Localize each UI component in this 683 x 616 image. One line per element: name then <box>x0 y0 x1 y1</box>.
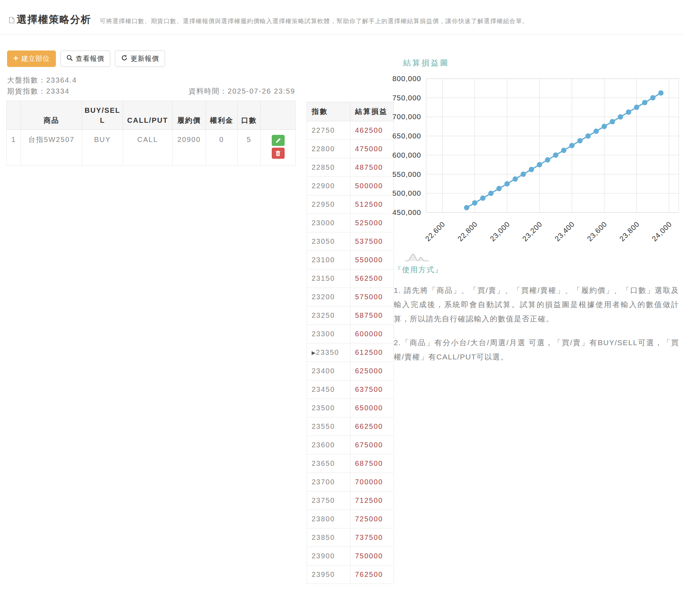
payoff-index-cell: 22850 <box>307 158 350 177</box>
refresh-quotes-label: 更新報價 <box>131 54 159 63</box>
payoff-index-cell: 23600 <box>307 436 350 454</box>
payoff-row: 23100550000 <box>307 251 394 269</box>
chart-x-label: 23,200 <box>521 220 544 243</box>
payoff-row: 23550662500 <box>307 417 394 436</box>
payoff-index-cell: 22900 <box>307 177 350 195</box>
chart-point <box>577 138 583 143</box>
payoff-row: 23400625000 <box>307 362 394 380</box>
payoff-index-cell: 23800 <box>307 510 350 528</box>
payoff-index-cell: 23900 <box>307 547 350 565</box>
payoff-row: 22750462500 <box>307 121 394 140</box>
chart-point <box>586 133 591 139</box>
chart-point <box>658 90 663 96</box>
chart-point <box>561 148 566 153</box>
view-quotes-label: 查看報價 <box>76 54 104 63</box>
current-index-marker: ▶ <box>312 350 316 356</box>
positions-header-strike: 履約價 <box>173 101 206 130</box>
payoff-profit-cell: 612500 <box>350 343 394 362</box>
chart-y-label: 650,000 <box>392 132 421 140</box>
payoff-row: ▶23350612500 <box>307 343 394 362</box>
chart-x-label: 23,400 <box>553 220 576 243</box>
trash-icon <box>275 152 281 157</box>
payoff-row: 23500650000 <box>307 399 394 417</box>
chart-y-label: 800,000 <box>392 74 421 83</box>
payoff-row: 23050537500 <box>307 232 394 251</box>
payoff-row: 22950512500 <box>307 195 394 214</box>
chart-point <box>504 181 510 186</box>
chart-point <box>472 200 477 206</box>
chart-y-label: 450,000 <box>392 208 421 216</box>
payoff-row: 22900500000 <box>307 177 394 195</box>
payoff-index-cell: 22950 <box>307 195 350 214</box>
usage-paragraph: 2.「商品」有分小台/大台/周選/月選 可選，「買/賣」有BUY/SELL可選，… <box>394 336 679 364</box>
create-position-label: 建立部位 <box>21 54 50 63</box>
payoff-profit-cell: 762500 <box>350 565 394 584</box>
payoff-index-cell: 23500 <box>307 399 350 417</box>
create-position-button[interactable]: 建立部位 <box>7 51 56 67</box>
payoff-profit-cell: 600000 <box>350 325 394 343</box>
payoff-index-cell: 23250 <box>307 306 350 325</box>
chart-x-label: 24,000 <box>650 220 673 243</box>
search-icon <box>67 55 73 63</box>
chart-x-label: 23,800 <box>618 220 641 243</box>
payoff-index-cell: 23300 <box>307 325 350 343</box>
payoff-profit-cell: 725000 <box>350 510 394 528</box>
positions-header-product: 商品 <box>21 101 82 130</box>
payoff-chart-block: 結算損益圖 450,000500,000550,000600,000650,00… <box>386 57 683 265</box>
payoff-row: 22850487500 <box>307 158 394 177</box>
payoff-row: 23900750000 <box>307 547 394 565</box>
chart-y-label: 550,000 <box>392 170 421 178</box>
chart-point <box>602 124 607 129</box>
chart-point <box>537 162 542 167</box>
chart-point <box>618 114 623 120</box>
strike-cell: 20900 <box>173 130 206 166</box>
payoff-index-cell: 23650 <box>307 454 350 473</box>
payoff-row: 23800725000 <box>307 510 394 528</box>
usage-paragraph: 1. 請先將「商品」、「買/賣」、「買權/賣權」、「履約價」、「口數」選取及輸入… <box>394 283 679 326</box>
chart-plot-border <box>426 79 679 212</box>
payoff-index-cell: 23200 <box>307 288 350 306</box>
positions-header-actions <box>261 101 296 130</box>
payoff-profit-cell: 662500 <box>350 417 394 436</box>
call-put-cell: CALL <box>123 130 173 166</box>
payoff-index-cell: 23850 <box>307 528 350 547</box>
payoff-index-cell: 23150 <box>307 269 350 288</box>
payoff-profit-cell: 650000 <box>350 399 394 417</box>
usage-title: 『使用方式』 <box>394 265 679 275</box>
positions-header-callput: CALL/PUT <box>123 101 173 130</box>
edit-position-button[interactable] <box>272 135 285 146</box>
payoff-profit-cell: 712500 <box>350 491 394 510</box>
payoff-profit-cell: 750000 <box>350 547 394 565</box>
chart-y-label: 500,000 <box>392 189 421 197</box>
chart-point <box>513 177 518 182</box>
payoff-index-cell: 23750 <box>307 491 350 510</box>
refresh-quotes-button[interactable]: 更新報價 <box>115 51 165 67</box>
payoff-profit-cell: 687500 <box>350 454 394 473</box>
payoff-row: 23300600000 <box>307 325 394 343</box>
lots-cell: 5 <box>238 130 261 166</box>
data-time-text: 資料時間：2025-07-26 23:59 <box>189 86 295 97</box>
payoff-profit-cell: 587500 <box>350 306 394 325</box>
payoff-profit-cell: 575000 <box>350 288 394 306</box>
chart-point <box>650 95 656 100</box>
spot-index-text: 大盤指數：23364.4 <box>7 75 295 86</box>
payoff-row: 23450637500 <box>307 380 394 399</box>
payoff-row: 23000525000 <box>307 214 394 232</box>
positions-header-lots: 口數 <box>238 101 261 130</box>
page-subtitle: 可將選擇權口數、期貨口數、選擇權報價與選擇權履約價輸入選擇權策略試算軟體，幫助你… <box>100 17 529 25</box>
payoff-index-cell: 23000 <box>307 214 350 232</box>
positions-header-num <box>7 101 21 130</box>
view-quotes-button[interactable]: 查看報價 <box>60 51 110 67</box>
chart-point <box>521 172 526 177</box>
payoff-index-cell: 23700 <box>307 473 350 491</box>
payoff-row: 22800475000 <box>307 140 394 158</box>
payoff-index-cell: 23050 <box>307 232 350 251</box>
header-divider <box>0 35 683 35</box>
actions-cell <box>261 130 296 166</box>
payoff-row: 23750712500 <box>307 491 394 510</box>
delete-position-button[interactable] <box>272 148 285 159</box>
buy-sell-cell: BUY <box>82 130 123 166</box>
payoff-row: 23700700000 <box>307 473 394 491</box>
chart-point <box>610 119 615 124</box>
payoff-index-cell: ▶23350 <box>307 343 350 362</box>
